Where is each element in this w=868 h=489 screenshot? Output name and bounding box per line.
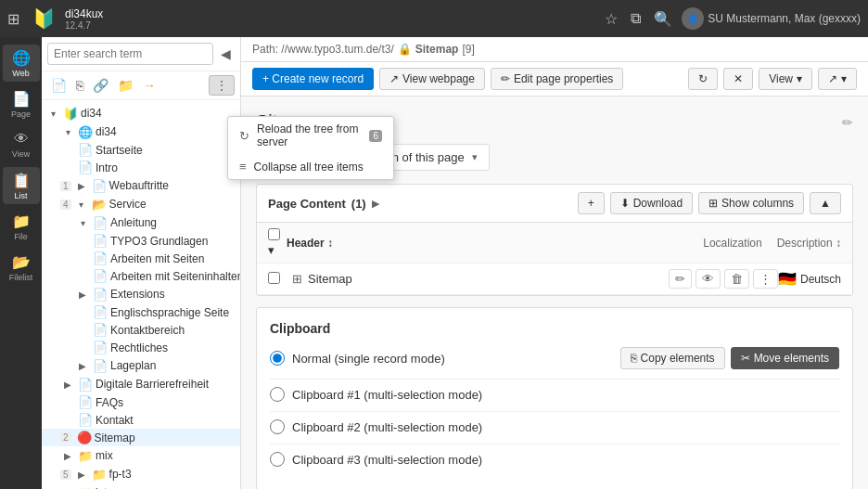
view-button[interactable]: View ▾ bbox=[759, 68, 812, 90]
toggle-icon[interactable]: ▾ bbox=[74, 197, 89, 212]
show-columns-button[interactable]: ⊞ Show columns bbox=[698, 192, 804, 214]
toggle-icon[interactable]: ▾ bbox=[75, 215, 90, 230]
tree-item-arbeiten-seiteninhalten[interactable]: 📄 Arbeiten mit Seiteninhalten bbox=[42, 267, 240, 285]
file-icon: 📁 bbox=[12, 212, 31, 230]
tree-item-anleitung[interactable]: ▾ 📄 Anleitung bbox=[42, 213, 240, 232]
row-lang: Deutsch bbox=[800, 273, 841, 286]
sidebar-item-view[interactable]: 👁 View bbox=[3, 126, 40, 163]
tree-item-englischsprachige[interactable]: 📄 Englischsprachige Seite bbox=[42, 303, 240, 321]
tree-item-intro[interactable]: 📄 Intro bbox=[42, 159, 240, 176]
sidebar-item-page[interactable]: 📄 Page bbox=[3, 85, 40, 122]
col-header-localization: Localization bbox=[703, 237, 761, 250]
section-chevron[interactable]: ▶ bbox=[372, 198, 379, 210]
toggle-icon[interactable]: ▾ bbox=[45, 106, 60, 121]
tree-item-faqs[interactable]: 📄 FAQs bbox=[42, 393, 240, 411]
tree-item-kontaktbereich[interactable]: 📄 Kontaktbereich bbox=[42, 321, 240, 339]
page-edit-icon[interactable]: ✏ bbox=[842, 115, 853, 130]
toggle-icon[interactable]: ▾ bbox=[60, 124, 75, 139]
section-count: (1) bbox=[351, 197, 366, 211]
tree-item-root-child[interactable]: ▾ 🌐 di34 bbox=[42, 122, 240, 141]
globe-icon: 🌐 bbox=[78, 125, 93, 139]
toggle-icon[interactable]: ▶ bbox=[75, 287, 90, 302]
clipboard-radio-normal[interactable] bbox=[270, 351, 285, 366]
sidebar-item-list[interactable]: 📋 List bbox=[3, 167, 40, 204]
bookmark-icon[interactable]: ☆ bbox=[601, 6, 621, 32]
web-icon: 🌐 bbox=[12, 49, 31, 67]
path-prefix: Path: //www.typo3.tum.de/t3/ bbox=[252, 43, 394, 56]
toggle-icon[interactable]: ▶ bbox=[60, 448, 75, 463]
sidebar-item-label-filelist: Filelist bbox=[9, 273, 33, 282]
clipboard-radio-2[interactable] bbox=[270, 419, 285, 434]
search-input[interactable] bbox=[47, 43, 213, 65]
tree-item-arbeiten-seiten[interactable]: 📄 Arbeiten mit Seiten bbox=[42, 250, 240, 267]
preview-button[interactable]: 👁 bbox=[696, 269, 721, 289]
tree-item-webauftritte[interactable]: 1 ▶ 📄 Webauftritte bbox=[42, 176, 240, 195]
tree-item-fp-t3[interactable]: 5 ▶ 📁 fp-t3 bbox=[42, 465, 240, 483]
user-menu[interactable]: 👤 SU Mustermann, Max (gexxxx) bbox=[682, 7, 861, 30]
refresh-button[interactable]: ↻ bbox=[688, 68, 718, 90]
tree-item-digitale-barrierefreiheit[interactable]: ▶ 📄 Digitale Barrierefreiheit bbox=[42, 375, 240, 393]
tree-collapse-icon[interactable]: ◀ bbox=[217, 45, 235, 63]
copy-elements-button[interactable]: ⎘ Copy elements bbox=[620, 347, 725, 369]
link-icon[interactable]: 🔗 bbox=[89, 76, 112, 95]
clipboard-actions: ⎘ Copy elements ✂ Move elements bbox=[620, 347, 839, 369]
download-button[interactable]: ⬇ Download bbox=[610, 192, 693, 214]
search-icon[interactable]: 🔍 bbox=[650, 6, 676, 32]
col-header-name: Header ↕ bbox=[287, 237, 703, 250]
path-badge: [9] bbox=[462, 43, 474, 56]
tree-item-mix[interactable]: ▶ 📁 mix bbox=[42, 446, 240, 465]
chevron-down-icon[interactable]: ▾ bbox=[268, 243, 274, 257]
row-select-checkbox[interactable] bbox=[268, 272, 280, 284]
tree-item-startseite[interactable]: 📄 Startseite bbox=[42, 141, 240, 159]
page-doc-icon: 📄 bbox=[78, 161, 93, 174]
edit-page-properties-button[interactable]: ✏ Edit page properties bbox=[491, 68, 623, 90]
delete-button[interactable]: 🗑 bbox=[724, 269, 749, 289]
window-icon[interactable]: ⧉ bbox=[627, 6, 645, 31]
toggle-icon[interactable]: ▶ bbox=[74, 178, 89, 193]
clipboard-radio-1[interactable] bbox=[270, 387, 285, 402]
new-page-icon[interactable]: 📄 bbox=[47, 76, 70, 95]
topbar: ⊞ 🔰 di34kux 12.4.7 ☆ ⧉ 🔍 👤 SU Mustermann… bbox=[0, 0, 868, 37]
clipboard-divider-2 bbox=[270, 411, 839, 412]
row-checkbox[interactable] bbox=[268, 272, 287, 287]
tree-item-kontakt[interactable]: 📄 Kontakt bbox=[42, 411, 240, 429]
tree-item-root[interactable]: ▾ 🔰 di34 bbox=[42, 104, 240, 122]
toggle-icon[interactable]: ▶ bbox=[74, 467, 89, 482]
create-record-button[interactable]: + Create new record bbox=[252, 68, 374, 90]
table-select-all[interactable]: ▾ bbox=[268, 228, 287, 257]
arrow-right-icon[interactable]: → bbox=[139, 76, 160, 95]
copy-icon[interactable]: ⎘ bbox=[72, 76, 87, 95]
edit-button[interactable]: ✏ bbox=[669, 269, 692, 289]
context-menu-reload[interactable]: ↻ Reload the tree from server 6 bbox=[228, 117, 393, 154]
grid-icon[interactable]: ⊞ bbox=[7, 10, 19, 28]
row-flag: 🇩🇪 bbox=[778, 270, 797, 288]
tree-item-extensions[interactable]: ▶ 📄 Extensions bbox=[42, 285, 240, 303]
tree-item-sitemap[interactable]: 2 🔴 Sitemap bbox=[42, 429, 240, 446]
view-webpage-button[interactable]: ↗ View webpage bbox=[379, 68, 485, 90]
more-button[interactable]: ⋮ bbox=[753, 269, 778, 289]
tree-item-lageplan[interactable]: ▶ 📄 Lageplan bbox=[42, 356, 240, 375]
sidebar-item-filelist[interactable]: 📂 Filelist bbox=[3, 249, 40, 286]
context-menu-collapse[interactable]: ≡ Collapse all tree items bbox=[228, 154, 393, 179]
sidebar-item-web[interactable]: 🌐 Web bbox=[3, 45, 40, 82]
select-all-checkbox[interactable] bbox=[268, 228, 280, 240]
more-options-icon[interactable]: ⋮ bbox=[209, 75, 235, 96]
clear-button[interactable]: ✕ bbox=[723, 68, 753, 90]
add-content-button[interactable]: + bbox=[578, 192, 605, 214]
toggle-icon[interactable]: ▶ bbox=[60, 377, 75, 392]
folder-icon[interactable]: 📁 bbox=[114, 76, 137, 95]
page-doc-icon: 📄 bbox=[93, 305, 108, 319]
section-collapse-button[interactable]: ▲ bbox=[810, 192, 841, 214]
tree-item-typo3-grundlagen[interactable]: 📄 TYPO3 Grundlagen bbox=[42, 232, 240, 250]
tree-item-rechtliches[interactable]: 📄 Rechtliches bbox=[42, 339, 240, 356]
sitemap-icon: 🔴 bbox=[77, 431, 92, 444]
clipboard-radio-3[interactable] bbox=[270, 452, 285, 467]
user-label: SU Mustermann, Max (gexxxx) bbox=[708, 12, 861, 25]
share-button[interactable]: ↗ ▾ bbox=[818, 68, 857, 90]
toggle-icon[interactable]: ▶ bbox=[60, 485, 75, 489]
tree-item-service[interactable]: 4 ▾ 📂 Service bbox=[42, 195, 240, 213]
toggle-icon[interactable]: ▶ bbox=[75, 358, 90, 373]
sidebar-item-file[interactable]: 📁 File bbox=[3, 208, 40, 245]
move-elements-button[interactable]: ✂ Move elements bbox=[731, 347, 839, 369]
tree-item-intronav[interactable]: ▶ 📁 intronav bbox=[42, 483, 240, 489]
